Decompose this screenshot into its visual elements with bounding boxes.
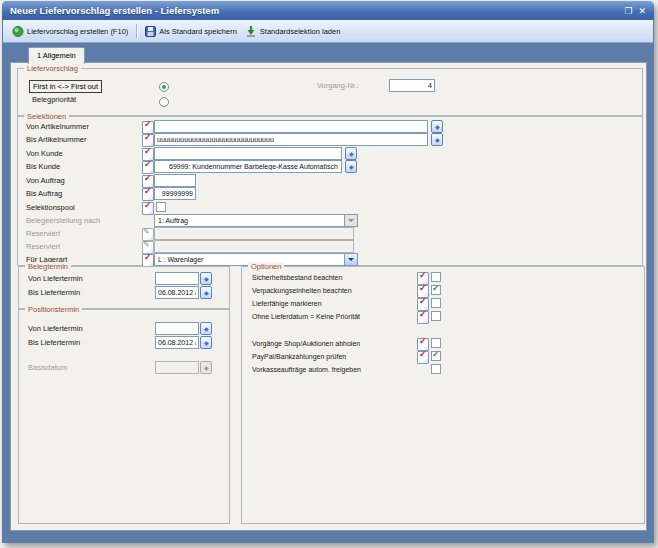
field-row-reserviert-2: Reserviert <box>18 240 642 253</box>
field-row-bis-auftrag: Bis Auftrag <box>18 187 642 200</box>
option-label: Verpackungseinheiten beachten <box>252 284 352 297</box>
content-panel: Liefervorschlag First in <-> First out B… <box>10 62 647 531</box>
selektionspool-checkbox[interactable] <box>156 202 166 212</box>
option-checkbox[interactable] <box>431 298 441 308</box>
pos-bis-liefertermin-input[interactable] <box>155 336 199 349</box>
option-row-verpackungseinheiten: Verpackungseinheiten beachten <box>242 284 644 297</box>
group-selektionen: Selektionen Von Artikelnummer Bis Artike… <box>17 116 643 266</box>
von-kunde-input[interactable] <box>154 147 342 160</box>
field-row-belegerstellung: Belegeerstellung nach 1: Auftrag <box>18 214 642 227</box>
option-label: Lieferfähige markieren <box>252 297 322 310</box>
date-spinner-icon[interactable] <box>200 272 212 285</box>
lookup-icon[interactable] <box>431 133 443 146</box>
bis-auftrag-input[interactable] <box>154 187 196 200</box>
group-title: Belegtermin <box>25 262 71 271</box>
load-arrow-icon <box>245 25 257 37</box>
option-checkbox[interactable] <box>431 272 441 282</box>
save-as-default-button[interactable]: Als Standard speichern <box>141 24 241 39</box>
field-row-von-kunde: Von Kunde <box>18 147 642 160</box>
save-as-default-label: Als Standard speichern <box>159 27 237 36</box>
option-checkbox[interactable] <box>431 364 441 374</box>
option-label: Vorgänge Shop/Auktionen abholen <box>252 337 360 350</box>
field-row-pos-bis-liefertermin: Bis Liefertermin <box>19 336 229 349</box>
lookup-icon[interactable] <box>345 160 357 173</box>
group-optionen: Optionen Sicherheitsbestand beachten Ver… <box>241 266 645 524</box>
field-row-bis-kunde: Bis Kunde <box>18 160 642 173</box>
field-label: Bis Artikelnummer <box>26 133 86 146</box>
option-label: Sicherheitsbestand beachten <box>252 271 342 284</box>
chevron-down-icon[interactable] <box>344 254 357 265</box>
field-row-lagerart: Für Lagerart L : Warenlager <box>18 253 642 266</box>
vorgang-nr-input[interactable] <box>389 79 435 92</box>
field-label: Von Liefertermin <box>28 272 83 285</box>
load-default-selection-button[interactable]: Standardselektion laden <box>241 23 344 39</box>
field-label: Von Artikelnummer <box>26 120 89 133</box>
restore-icon[interactable]: ❐ <box>624 6 632 16</box>
field-label: Selektionspool <box>26 201 75 214</box>
option-row-vorkasse: Vorkasseaufträge autom. freigeben <box>242 363 644 376</box>
belegerstellung-combobox: 1: Auftrag <box>154 214 358 227</box>
group-liefervorschlag: Liefervorschlag First in <-> First out B… <box>17 68 643 116</box>
field-row-beleg-von-liefertermin: Von Liefertermin <box>19 272 229 285</box>
save-disk-icon <box>145 26 156 37</box>
combobox-value: 1: Auftrag <box>158 215 344 226</box>
option-checkbox[interactable] <box>431 285 441 295</box>
chevron-down-icon <box>344 215 357 226</box>
dialog-window: Neuer Liefervorschlag erstellen - Liefer… <box>2 1 654 543</box>
field-row-von-auftrag: Von Auftrag <box>18 174 642 187</box>
field-row-pos-von-liefertermin: Von Liefertermin <box>19 322 229 335</box>
option-checkbox[interactable] <box>431 351 441 361</box>
field-label: Von Kunde <box>26 147 63 160</box>
field-label: Von Liefertermin <box>28 322 83 335</box>
lookup-icon[interactable] <box>431 120 443 133</box>
create-delivery-proposal-button[interactable]: Liefervorschlag erstellen (F10) <box>8 23 132 39</box>
bis-kunde-input[interactable] <box>154 160 342 173</box>
von-artikelnummer-input[interactable] <box>154 120 428 133</box>
beleg-bis-liefertermin-input[interactable] <box>155 286 199 299</box>
radio-label-fifo[interactable]: First in <-> First out <box>29 80 102 93</box>
group-title: Liefervorschlag <box>24 64 81 73</box>
option-row-sicherheitsbestand: Sicherheitsbestand beachten <box>242 271 644 284</box>
field-row-selektionspool: Selektionspool <box>18 201 642 214</box>
basisdatum-input <box>155 361 199 374</box>
group-belegtermin: Belegtermin Von Liefertermin Bis Liefert… <box>18 266 230 309</box>
window-controls: ❐ ✕ <box>624 6 646 16</box>
field-label: Von Auftrag <box>26 174 65 187</box>
field-label: Bis Liefertermin <box>28 286 80 299</box>
beleg-von-liefertermin-input[interactable] <box>155 272 199 285</box>
group-title: Optionen <box>248 262 284 271</box>
date-spinner-icon[interactable] <box>200 336 212 349</box>
close-icon[interactable]: ✕ <box>638 6 646 16</box>
create-delivery-proposal-label: Liefervorschlag erstellen (F10) <box>27 27 128 36</box>
option-row-paypal: PayPal/Bankzahlungen prüfen <box>242 350 644 363</box>
bis-artikelnummer-input[interactable] <box>154 133 428 146</box>
window-title: Neuer Liefervorschlag erstellen - Liefer… <box>10 5 219 16</box>
field-label: Bis Kunde <box>26 160 60 173</box>
date-spinner-icon[interactable] <box>200 322 212 335</box>
selection-check-icon[interactable] <box>417 311 429 324</box>
reserviert-input-1 <box>154 227 354 240</box>
radio-fifo[interactable] <box>159 82 169 92</box>
field-label: Reserviert <box>26 227 60 240</box>
option-label: Ohne Lieferdatum = Keine Priorität <box>252 310 360 323</box>
option-checkbox[interactable] <box>431 338 441 348</box>
tab-allgemein[interactable]: 1 Allgemein <box>28 47 85 64</box>
date-spinner-icon[interactable] <box>200 286 212 299</box>
load-default-selection-label: Standardselektion laden <box>260 27 340 36</box>
radio-label-belegprioritaet: Belegpriorität <box>32 93 76 106</box>
group-title: Positionstermin <box>25 305 82 314</box>
von-auftrag-input[interactable] <box>154 174 196 187</box>
lookup-icon[interactable] <box>345 147 357 160</box>
date-spinner-icon <box>200 361 212 374</box>
field-label: Belegeerstellung nach <box>26 214 100 227</box>
radio-belegprioritaet[interactable] <box>159 97 169 107</box>
group-positionstermin: Positionstermin Von Liefertermin Bis Lie… <box>18 309 230 524</box>
field-row-von-artikelnummer: Von Artikelnummer <box>18 120 642 133</box>
option-checkbox[interactable] <box>431 311 441 321</box>
option-label: PayPal/Bankzahlungen prüfen <box>252 350 346 363</box>
toolbar-separator <box>136 24 137 38</box>
pos-von-liefertermin-input[interactable] <box>155 322 199 335</box>
field-label: Reserviert <box>26 240 60 253</box>
field-row-beleg-bis-liefertermin: Bis Liefertermin <box>19 286 229 299</box>
option-row-lieferfaehige: Lieferfähige markieren <box>242 297 644 310</box>
